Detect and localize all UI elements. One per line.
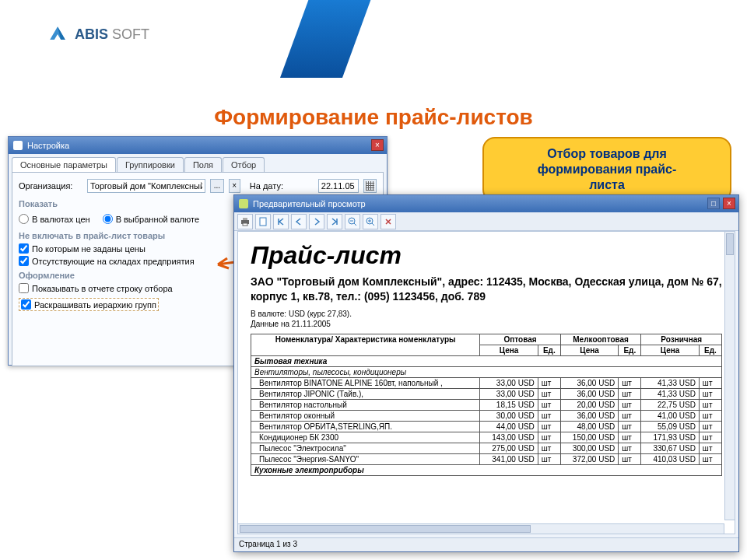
org-pick-button[interactable]: ... [210,179,223,193]
radio-currency-prices[interactable]: В валютах цен [19,214,90,224]
document-area[interactable]: Прайс-лист ЗАО "Торговый дом Комплексный… [237,231,735,534]
first-page-button[interactable] [273,214,289,229]
table-group-row: Бытовая техника [251,355,722,366]
table-row: Пылесос "Электросила"275,00 USDшт300,00 … [251,443,722,453]
table-subgroup-row: Вентиляторы, пылесосы, кондиционеры [251,366,722,377]
brand-logo: ABIS SOFT [47,23,149,45]
callout-line1: Отбор товаров для [496,146,717,162]
tab-fields[interactable]: Поля [184,157,222,172]
table-row: Вентилятор JIPONIC (Тайв.),33,00 USDшт36… [251,388,722,399]
table-row: Вентилятор оконный30,00 USDшт36,00 USDшт… [251,410,722,421]
svg-rect-1 [243,218,247,220]
preview-window: Предварительный просмотр □ × Прайс-лист … [233,194,739,552]
vertical-scrollbar[interactable] [724,231,735,520]
svg-rect-2 [243,223,247,226]
settings-titlebar[interactable]: Настройка × [9,137,387,154]
horizontal-scroll-thumb[interactable] [240,525,531,533]
settings-window-icon [13,141,23,150]
settings-tabs: Основные параметры Группировки Поля Отбо… [9,154,387,172]
table-row: Вентилятор BINATONE ALPINE 160вт, наполь… [251,377,722,388]
vertical-scroll-thumb[interactable] [726,233,734,255]
date-input[interactable] [318,179,359,193]
page-header: ABIS SOFT [0,0,747,70]
next-page-button[interactable] [309,214,324,229]
brand-suffix: SOFT [112,26,149,42]
table-header-row: Номенклатура/ Характеристика номенклатур… [251,334,722,345]
radio-selected-currency[interactable]: В выбранной валюте [103,214,199,224]
col-wholesale: Оптовая [480,334,561,345]
close-icon[interactable]: × [723,198,735,209]
doc-title: Прайс-лист [251,241,722,270]
tab-main-params[interactable]: Основные параметры [12,157,116,172]
table-row: Вентилятор настольный18,15 USDшт20,00 US… [251,399,722,410]
table-row: Пылесос "Энергия-SANYO"341,00 USDшт372,0… [251,453,722,464]
maximize-icon[interactable]: □ [707,198,720,209]
col-name: Номенклатура/ Характеристика номенклатур… [251,334,480,355]
document-content: Прайс-лист ЗАО "Торговый дом Комплексный… [238,232,735,485]
doc-date-line: Данные на 21.11.2005 [251,319,722,329]
brand-name: ABIS [75,26,108,42]
horizontal-scrollbar[interactable] [237,523,724,534]
date-label: На дату: [250,181,314,191]
preview-toolbar [234,212,738,231]
svg-rect-3 [260,218,266,226]
table-row: Кондиционер БК 2300143,00 USDшт150,00 US… [251,432,722,443]
preview-title-text: Предварительный просмотр [253,199,366,208]
org-label: Организация: [19,181,82,191]
doc-currency-line: В валюте: USD (курс 27,83). [251,309,722,319]
table-row: Вентилятор ОРБИТА,STERLING,ЯП.44,00 USDш… [251,421,722,432]
callout-line3: листа [496,177,717,193]
settings-title-text: Настройка [27,141,69,150]
org-clear-button[interactable]: × [229,179,240,193]
page-setup-button[interactable] [255,214,271,229]
close-preview-button[interactable] [381,214,396,229]
doc-meta: В валюте: USD (курс 27,83). Данные на 21… [251,309,722,329]
org-row: Организация: ... × На дату: [19,179,377,193]
tab-groupings[interactable]: Группировки [117,157,184,172]
logo-icon [47,23,68,45]
preview-titlebar[interactable]: Предварительный просмотр □ × [234,195,738,212]
zoom-out-button[interactable] [345,214,360,229]
decorative-slash [280,0,374,78]
org-input[interactable] [87,179,205,193]
price-table: Номенклатура/ Характеристика номенклатур… [251,334,722,476]
close-icon[interactable]: × [371,139,384,151]
preview-window-icon [239,199,248,208]
tab-filter[interactable]: Отбор [223,157,265,172]
callout-line2: формирования прайс- [496,162,717,177]
check-color-hierarchy[interactable]: Раскрашивать иерархию групп [19,298,159,311]
col-retail: Розничная [641,334,722,345]
zoom-in-button[interactable] [363,214,378,229]
table-group-row: Кухонные электроприборы [251,464,722,475]
doc-company: ЗАО "Торговый дом Комплексный", адрес: 1… [251,275,722,304]
page-title: Формирование прайс-листов [0,105,747,130]
print-button[interactable] [237,214,253,229]
callout-bubble: Отбор товаров для формирования прайс- ли… [482,137,731,202]
brand-text: ABIS SOFT [75,26,149,43]
prev-page-button[interactable] [291,214,307,229]
col-small-wholesale: Мелкооптовая [560,334,641,345]
status-bar: Страница 1 из 3 [234,537,738,551]
last-page-button[interactable] [327,214,342,229]
calendar-icon[interactable] [363,179,377,193]
